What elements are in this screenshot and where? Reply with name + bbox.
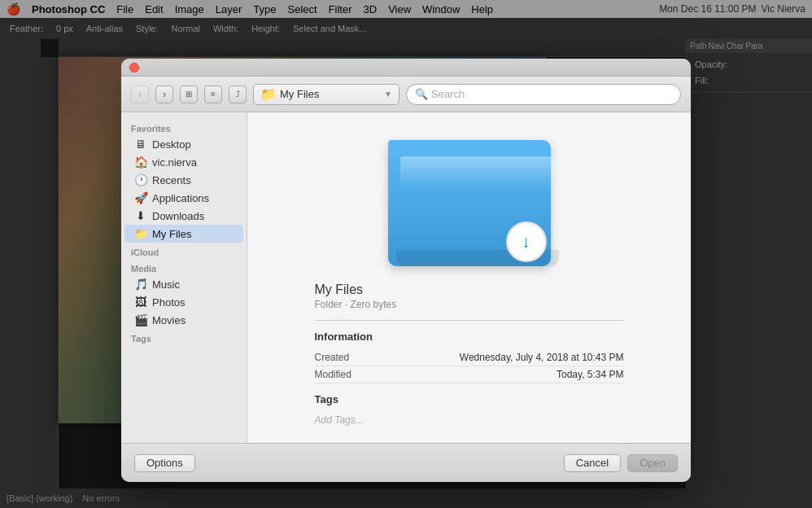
sidebar-label-vic-nierva: vic.nierva bbox=[152, 156, 197, 169]
folder-preview: ↓ bbox=[380, 145, 559, 266]
view-list-button[interactable]: ≡ bbox=[204, 85, 222, 103]
dialog-close-button[interactable] bbox=[129, 63, 139, 72]
sidebar-label-desktop: Desktop bbox=[152, 138, 191, 151]
view-share-button[interactable]: ⤴ bbox=[229, 85, 247, 103]
sidebar-item-recents[interactable]: 🕐 Recents bbox=[124, 171, 243, 189]
file-meta: Folder · Zero bytes bbox=[315, 299, 624, 321]
file-dialog-overlay: ‹ › ⊞ ≡ ⤴ 📁 My Files ▼ 🔍 Search Favorite… bbox=[0, 0, 812, 508]
dialog-main-content: ↓ My Files Folder · Zero bytes Informati… bbox=[247, 112, 691, 443]
tags-label: Tags bbox=[121, 329, 247, 345]
tags-section-title: Tags bbox=[315, 393, 624, 405]
icloud-label: iCloud bbox=[121, 243, 247, 259]
info-row-modified: Modified Today, 5:34 PM bbox=[315, 366, 624, 383]
sidebar-label-photos: Photos bbox=[152, 296, 185, 309]
open-button[interactable]: Open bbox=[627, 454, 678, 472]
location-chevron-icon: ▼ bbox=[384, 90, 392, 99]
tags-section: Tags Add Tags... bbox=[315, 393, 624, 427]
sidebar-item-vic-nierva[interactable]: 🏠 vic.nierva bbox=[124, 153, 243, 171]
file-info-panel: My Files Folder · Zero bytes Information… bbox=[315, 282, 624, 427]
cancel-button[interactable]: Cancel bbox=[564, 454, 621, 472]
file-dialog: ‹ › ⊞ ≡ ⤴ 📁 My Files ▼ 🔍 Search Favorite… bbox=[121, 59, 691, 482]
sidebar-label-applications: Applications bbox=[152, 192, 209, 204]
dialog-toolbar: ‹ › ⊞ ≡ ⤴ 📁 My Files ▼ 🔍 Search bbox=[121, 77, 691, 112]
downloads-icon: ⬇ bbox=[134, 209, 147, 222]
download-badge: ↓ bbox=[506, 221, 547, 262]
sidebar-label-downloads: Downloads bbox=[152, 210, 204, 222]
dialog-sidebar: Favorites 🖥 Desktop 🏠 vic.nierva 🕐 Recen… bbox=[121, 112, 247, 443]
modified-value: Today, 5:34 PM bbox=[557, 369, 624, 380]
nav-forward-button[interactable]: › bbox=[155, 85, 173, 103]
sidebar-item-desktop[interactable]: 🖥 Desktop bbox=[124, 135, 243, 153]
dialog-titlebar bbox=[121, 59, 691, 77]
folder-highlight bbox=[400, 156, 555, 189]
options-button[interactable]: Options bbox=[134, 454, 195, 472]
location-label: My Files bbox=[280, 88, 319, 100]
sidebar-label-my-files: My Files bbox=[152, 228, 191, 240]
info-row-created: Created Wednesday, July 4, 2018 at 10:43… bbox=[315, 349, 624, 366]
sidebar-item-applications[interactable]: 🚀 Applications bbox=[124, 189, 243, 207]
view-toggle-button[interactable]: ⊞ bbox=[180, 85, 198, 103]
footer-btn-group: Cancel Open bbox=[564, 454, 678, 472]
sidebar-item-photos[interactable]: 🖼 Photos bbox=[124, 293, 243, 311]
created-value: Wednesday, July 4, 2018 at 10:43 PM bbox=[460, 352, 624, 363]
dialog-body: Favorites 🖥 Desktop 🏠 vic.nierva 🕐 Recen… bbox=[121, 112, 691, 443]
sidebar-item-my-files[interactable]: 📁 My Files bbox=[124, 225, 243, 243]
music-icon: 🎵 bbox=[134, 278, 147, 291]
sidebar-item-downloads[interactable]: ⬇ Downloads bbox=[124, 207, 243, 225]
desktop-icon: 🖥 bbox=[134, 138, 147, 151]
file-name: My Files bbox=[315, 282, 624, 297]
media-label: Media bbox=[121, 259, 247, 275]
sidebar-item-movies[interactable]: 🎬 Movies bbox=[124, 311, 243, 329]
sidebar-item-music[interactable]: 🎵 Music bbox=[124, 275, 243, 293]
search-box[interactable]: 🔍 Search bbox=[406, 84, 681, 105]
sidebar-label-movies: Movies bbox=[152, 314, 186, 326]
applications-icon: 🚀 bbox=[134, 191, 147, 204]
location-selector[interactable]: 📁 My Files ▼ bbox=[253, 84, 399, 105]
tags-add-placeholder[interactable]: Add Tags... bbox=[315, 414, 364, 426]
home-icon: 🏠 bbox=[134, 155, 147, 169]
dialog-footer: Options Cancel Open bbox=[121, 443, 691, 482]
nav-back-button[interactable]: ‹ bbox=[131, 85, 149, 103]
created-label: Created bbox=[315, 352, 350, 363]
folder-icon: 📁 bbox=[260, 86, 277, 102]
recents-icon: 🕐 bbox=[134, 173, 147, 186]
sidebar-label-recents: Recents bbox=[152, 174, 191, 186]
modified-label: Modified bbox=[315, 369, 351, 380]
photos-icon: 🖼 bbox=[134, 296, 147, 309]
movies-icon: 🎬 bbox=[134, 313, 147, 326]
download-arrow-icon: ↓ bbox=[522, 231, 530, 252]
info-section-title: Information bbox=[315, 331, 624, 343]
search-placeholder: Search bbox=[431, 88, 465, 100]
my-files-icon: 📁 bbox=[134, 227, 147, 240]
search-icon: 🔍 bbox=[415, 88, 428, 100]
favorites-label: Favorites bbox=[121, 119, 247, 135]
sidebar-label-music: Music bbox=[152, 278, 180, 291]
